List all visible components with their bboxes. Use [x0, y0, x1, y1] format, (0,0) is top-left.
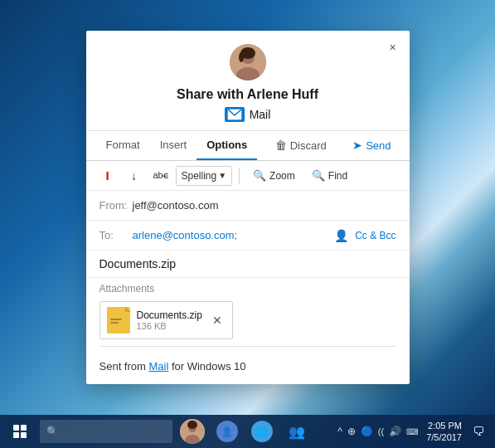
add-person-icon[interactable]: 👤 — [334, 229, 348, 242]
attachment-size: 136 KB — [137, 321, 202, 331]
to-field: To: arlene@contoso.com; 👤 Cc & Bcc — [86, 221, 410, 251]
spelling-label: Spelling — [182, 170, 217, 182]
dialog-header: Share with Arlene Huff Mail — [86, 31, 410, 131]
globe-icon: 🌐 — [255, 426, 269, 438]
windows-logo-icon — [13, 425, 27, 438]
from-value: jeff@contoso.com — [133, 199, 396, 212]
taskbar-search-icon: 🔍 — [46, 426, 59, 437]
to-field-actions: 👤 Cc & Bcc — [334, 229, 396, 242]
svg-point-15 — [187, 421, 197, 429]
people-icon: 👥 — [289, 424, 305, 440]
taskbar-right: ^ ⊕ 🔵 (( 🔊 ⌨ 2:05 PM 7/5/2017 🗨 — [337, 418, 492, 445]
email-form: From: jeff@contoso.com To: arlene@contos… — [86, 191, 410, 384]
from-field: From: jeff@contoso.com — [86, 191, 410, 221]
close-button[interactable]: × — [383, 37, 403, 57]
attachments-label: Attachments — [86, 278, 410, 298]
taskbar-people-button[interactable]: 👥 — [280, 415, 313, 448]
bluetooth-icon[interactable]: 🔵 — [361, 426, 373, 437]
send-icon: ➤ — [352, 139, 362, 152]
attachment-name: Documents.zip — [137, 309, 202, 321]
tab-discard-label: Discard — [290, 139, 327, 152]
chevron-up-icon[interactable]: ^ — [337, 426, 342, 437]
notification-button[interactable]: 🗨 — [465, 418, 492, 445]
tab-options[interactable]: Options — [197, 130, 257, 160]
spelling-chevron-icon: ▼ — [218, 171, 226, 180]
cc-bcc-button[interactable]: Cc & Bcc — [355, 230, 396, 241]
toolbar-arrow-down-button[interactable]: ↓ — [123, 164, 146, 187]
footer-text-after: for Windows 10 — [168, 360, 245, 373]
dialog-overlay: × Share with Arlene Huff — [0, 0, 495, 415]
attachment-file-icon — [107, 307, 130, 334]
person-avatar-1 — [180, 419, 205, 444]
subject-field[interactable]: Documents.zip — [86, 251, 410, 278]
avatar — [230, 44, 266, 80]
toolbar-red-marker-button[interactable]: I — [96, 164, 119, 187]
tab-format[interactable]: Format — [96, 130, 150, 160]
keyboard-icon[interactable]: ⌨ — [406, 427, 418, 436]
dialog-toolbar: I ↓ abc̶ Spelling ▼ 🔍 Zoom 🔍 Find — [86, 161, 410, 191]
search-icon: 🔍 — [253, 169, 266, 182]
attachment-info: Documents.zip 136 KB — [137, 309, 202, 331]
to-label: To: — [99, 229, 129, 241]
zoom-button[interactable]: 🔍 Zoom — [246, 168, 302, 183]
start-button[interactable] — [3, 415, 36, 448]
zoom-label: Zoom — [269, 170, 295, 182]
volume-icon[interactable]: 🔊 — [389, 426, 401, 437]
dialog-title: Share with Arlene Huff — [103, 87, 393, 102]
taskbar: 🔍 👤 🌐 👥 — [0, 415, 495, 448]
taskbar-globe-button[interactable]: 🌐 — [245, 415, 279, 448]
svg-marker-8 — [125, 307, 130, 312]
mail-icon — [225, 107, 245, 122]
dialog-tabs: Format Insert Options 🗑 Discard ➤ Send — [86, 131, 410, 161]
from-label: From: — [99, 199, 129, 212]
tab-insert[interactable]: Insert — [150, 130, 197, 160]
mail-label: Mail — [250, 108, 271, 121]
find-label: Find — [328, 170, 347, 182]
spelling-dropdown[interactable]: Spelling ▼ — [176, 166, 233, 186]
svg-point-4 — [239, 52, 244, 62]
toolbar-divider — [239, 168, 240, 184]
taskbar-search[interactable]: 🔍 — [40, 420, 172, 443]
system-tray: ^ ⊕ 🔵 (( 🔊 ⌨ — [337, 426, 418, 437]
footer-text-before: Sent from — [99, 360, 149, 373]
find-search-icon: 🔍 — [312, 169, 325, 182]
person-circle-2: 👤 — [216, 421, 238, 442]
time-display: 2:05 PM — [426, 420, 462, 431]
footer-mail-link[interactable]: Mail — [148, 360, 168, 373]
tab-send[interactable]: ➤ Send — [344, 130, 399, 160]
tab-send-label: Send — [366, 139, 391, 152]
to-value[interactable]: arlene@contoso.com; — [133, 229, 335, 241]
tab-discard[interactable]: 🗑 Discard — [267, 130, 335, 160]
taskbar-person-1[interactable] — [176, 415, 209, 448]
svg-marker-9 — [125, 307, 130, 312]
svg-rect-11 — [110, 322, 119, 324]
attachment-remove-button[interactable]: ✕ — [209, 312, 226, 329]
wifi-icon[interactable]: (( — [378, 426, 384, 436]
toolbar-abc-button[interactable]: abc̶ — [149, 164, 172, 187]
find-button[interactable]: 🔍 Find — [305, 168, 354, 183]
mail-badge: Mail — [225, 107, 271, 122]
taskbar-app-icons: 👤 🌐 👥 — [176, 415, 313, 448]
globe-circle: 🌐 — [251, 421, 273, 442]
email-separator — [99, 346, 396, 347]
taskbar-person-2[interactable]: 👤 — [211, 415, 244, 448]
notification-icon: 🗨 — [473, 425, 484, 438]
svg-rect-10 — [110, 319, 122, 320]
date-display: 7/5/2017 — [426, 431, 462, 443]
person-icon-2: 👤 — [221, 426, 233, 437]
network-icon[interactable]: ⊕ — [347, 426, 356, 437]
taskbar-clock[interactable]: 2:05 PM 7/5/2017 — [426, 420, 462, 444]
discard-icon: 🗑 — [275, 139, 287, 152]
attachment-item: Documents.zip 136 KB ✕ — [99, 301, 233, 339]
email-footer: Sent from Mail for Windows 10 — [86, 353, 410, 384]
share-dialog: × Share with Arlene Huff — [86, 31, 410, 384]
